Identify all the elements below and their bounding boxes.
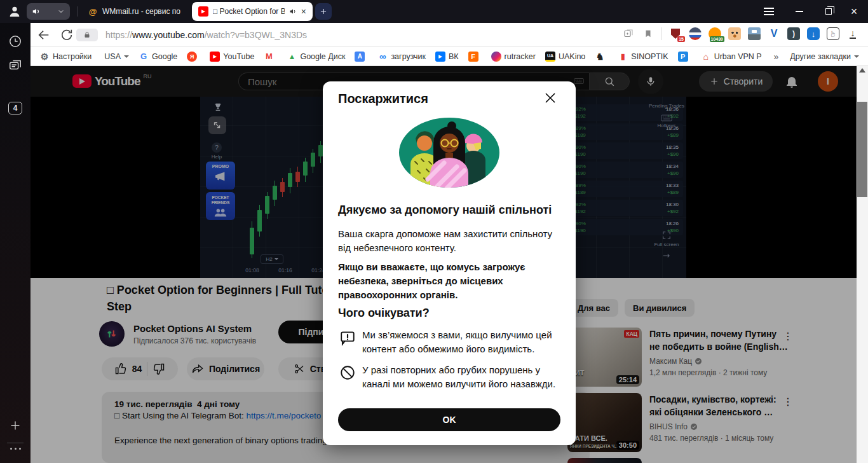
- bookmark-label: UAKino: [559, 52, 585, 61]
- bookmark-item[interactable]: [187, 52, 200, 62]
- browser-side-rail: 4: [0, 23, 31, 463]
- extensions-group: 15 10430: [669, 27, 839, 40]
- bookmark-item[interactable]: UAKino: [545, 52, 585, 62]
- back-button[interactable]: [37, 28, 51, 42]
- extension-icon[interactable]: 10430: [709, 27, 721, 40]
- bookmark-label: Google: [152, 52, 177, 61]
- bookmark-item[interactable]: ВК: [435, 52, 459, 62]
- restore-button[interactable]: [817, 0, 840, 23]
- browser-menu-button[interactable]: [757, 0, 780, 23]
- url-scheme: https://: [105, 30, 132, 40]
- block-icon: [339, 364, 356, 381]
- toolbar-right-icons: 15 10430: [622, 27, 859, 40]
- extension-icon[interactable]: [728, 27, 741, 40]
- tab-strip: WMmail.ru - сервис почто × □ Pocket Opti…: [81, 2, 313, 21]
- community-illustration: [398, 117, 500, 188]
- extension-icon[interactable]: [827, 27, 839, 40]
- bookmark-label: загрузчик: [391, 52, 426, 61]
- bookmark-item[interactable]: [678, 52, 691, 62]
- bookmarks-bar: Настройки USA Google: [31, 47, 868, 66]
- extension-icon[interactable]: [748, 27, 761, 40]
- scroll-up-arrow[interactable]: [859, 68, 865, 73]
- browser-tab[interactable]: WMmail.ru - сервис почто ×: [81, 2, 187, 21]
- bookmark-label: Urban VPN P: [714, 52, 762, 61]
- bookmark-icon[interactable]: [642, 27, 654, 40]
- bookmark-label: Настройки: [53, 52, 92, 61]
- history-clock-icon[interactable]: [8, 34, 22, 48]
- tab-speaker-icon[interactable]: [289, 8, 297, 15]
- bookmarks-overflow-icon[interactable]: »: [773, 52, 778, 62]
- dialog-title: Поскаржитися: [338, 92, 428, 106]
- minimize-button[interactable]: [788, 0, 811, 23]
- chevron-down-icon: [57, 8, 65, 15]
- url-host: www.youtube.com: [132, 30, 205, 40]
- tab-close-icon[interactable]: ×: [301, 7, 306, 16]
- youtube-page: YouTube RU Створити І: [31, 66, 857, 463]
- bookmark-item[interactable]: SINOPTIK: [618, 52, 668, 62]
- tab-title: □ Pocket Option for B: [213, 7, 285, 16]
- add-to-collection-icon[interactable]: [622, 27, 635, 40]
- bookmark-label: ВК: [449, 52, 459, 61]
- bookmark-item[interactable]: YouTube: [210, 52, 254, 62]
- bookmark-item[interactable]: Google Диск: [287, 52, 345, 62]
- profile-icon[interactable]: [8, 4, 22, 18]
- url-bar[interactable]: https://www.youtube.com/watch?v=b3QWL_3N…: [105, 30, 307, 40]
- page-scrollbar[interactable]: [857, 66, 868, 463]
- chevron-down-icon: [124, 55, 129, 58]
- screen: WMmail.ru - сервис почто × □ Pocket Opti…: [0, 0, 868, 463]
- bookmark-item[interactable]: Настройки: [39, 52, 92, 62]
- bookmark-favicon: [264, 52, 274, 62]
- extension-badge: 10430: [710, 36, 724, 42]
- bookmark-favicon: [39, 52, 50, 62]
- window-close-button[interactable]: ×: [843, 0, 865, 23]
- extension-badge: 15: [677, 36, 685, 42]
- dialog-close-icon[interactable]: [543, 90, 558, 106]
- bookmark-favicon: [468, 52, 478, 62]
- dialog-paragraph-1: Ваша скарга допоможе нам захистити спіль…: [338, 227, 563, 255]
- sidebar-divider: [7, 443, 24, 443]
- bookmark-favicon: [210, 52, 220, 62]
- extension-icon[interactable]: [787, 27, 800, 40]
- tab-counter-badge[interactable]: 4: [8, 102, 22, 114]
- extension-icon[interactable]: [689, 27, 702, 40]
- tab-audio-toggle[interactable]: [27, 3, 70, 20]
- bookmark-item[interactable]: rutracker: [491, 52, 536, 62]
- extension-icon[interactable]: 15: [669, 27, 682, 40]
- tab-title: WMmail.ru - сервис почто: [102, 7, 180, 16]
- bookmark-item[interactable]: Urban VPN P: [701, 52, 762, 62]
- dialog-subheading: Чого очікувати?: [338, 307, 430, 320]
- other-bookmarks-button[interactable]: Другие закладки: [790, 52, 859, 61]
- dialog-paragraph-2: Якщо ви вважаєте, що комусь загрожує неб…: [338, 260, 563, 302]
- bookmark-label: USA: [104, 52, 121, 61]
- lock-icon[interactable]: [76, 29, 98, 41]
- bookmark-item[interactable]: Google: [139, 52, 177, 62]
- other-bookmarks-label: Другие закладки: [790, 52, 851, 61]
- bookmark-item[interactable]: [355, 52, 368, 62]
- scrollbar-thumb[interactable]: [857, 102, 867, 197]
- bookmark-label: rutracker: [505, 52, 536, 61]
- sidebar-more-icon[interactable]: [8, 448, 23, 450]
- bookmark-item[interactable]: [595, 52, 608, 62]
- extension-icon[interactable]: [807, 27, 820, 40]
- extension-icon[interactable]: [768, 27, 780, 40]
- bookmark-favicon: [678, 52, 688, 62]
- bookmark-favicon: [595, 52, 605, 62]
- ok-button[interactable]: OK: [338, 408, 560, 431]
- browser-tab[interactable]: □ Pocket Option for B ×: [192, 2, 313, 21]
- bookmark-favicon: [435, 52, 445, 62]
- chevron-down-icon: [854, 55, 859, 58]
- downloads-icon[interactable]: [846, 27, 859, 40]
- dialog-heading: Дякуємо за допомогу нашій спільноті: [338, 204, 552, 217]
- bookmark-label: Google Диск: [300, 52, 345, 61]
- sidebar-add-icon[interactable]: [8, 418, 22, 432]
- bookmark-item[interactable]: USA: [101, 52, 129, 62]
- bookmark-item[interactable]: загрузчик: [377, 52, 426, 62]
- reload-button[interactable]: [60, 28, 74, 42]
- browser-toolbar: https://www.youtube.com/watch?v=b3QWL_3N…: [31, 23, 868, 47]
- bookmark-favicon: [618, 52, 628, 62]
- feedback-bubble-icon: [339, 329, 356, 346]
- new-tab-button[interactable]: [315, 3, 332, 20]
- collections-icon[interactable]: [8, 58, 22, 72]
- bookmark-item[interactable]: [468, 52, 482, 62]
- bookmark-item[interactable]: [264, 52, 277, 62]
